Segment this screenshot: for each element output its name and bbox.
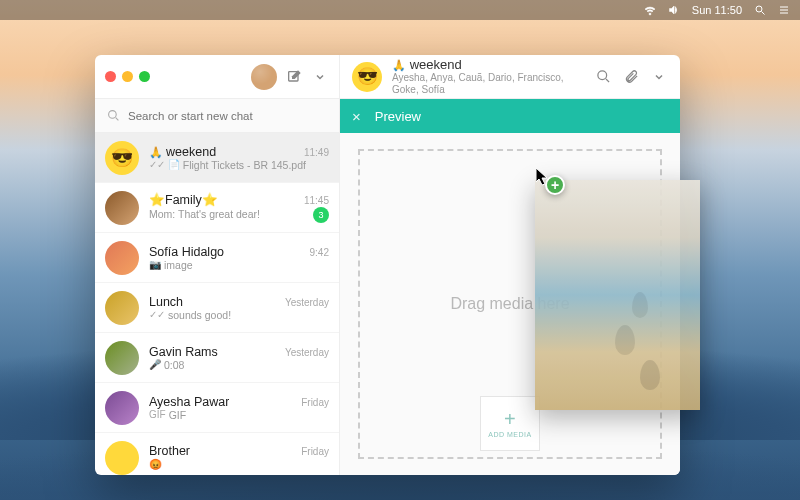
unread-badge: 3 [313, 207, 329, 223]
chat-row[interactable]: Gavin RamsYesterday 🎤 0:08 [95, 333, 339, 383]
chat-avatar [105, 291, 139, 325]
chat-time: 11:45 [304, 195, 329, 206]
zoom-window-button[interactable] [139, 71, 150, 82]
chat-row-content: Sofía Hidalgo9:42 📷 image [149, 245, 329, 271]
chat-name: weekend [410, 57, 462, 72]
svg-line-6 [116, 118, 119, 121]
chat-participants: Ayesha, Anya, Cauã, Dario, Francisco, Go… [392, 72, 584, 95]
search-icon[interactable] [594, 68, 612, 86]
chat-list[interactable]: 😎 🙏 weekend11:49 ✓✓ 📄 Flight Tickets - B… [95, 133, 339, 475]
chat-preview: GIF GIF [149, 409, 186, 421]
titlebar-left [95, 55, 340, 98]
wifi-icon[interactable] [644, 4, 656, 16]
chat-row-content: Ayesha PawarFriday GIF GIF [149, 395, 329, 421]
chat-preview: ✓✓ 📄 Flight Tickets - BR 145.pdf [149, 159, 306, 171]
chevron-down-icon[interactable] [311, 68, 329, 86]
chat-row[interactable]: BrotherFriday 😡 [95, 433, 339, 475]
minimize-window-button[interactable] [122, 71, 133, 82]
svg-point-0 [756, 6, 762, 12]
preview-title: Preview [375, 109, 421, 124]
chat-preview: ✓✓ sounds good! [149, 309, 231, 321]
preview-header: × Preview [340, 99, 680, 133]
chat-name: Lunch [149, 295, 183, 309]
chat-preview: 😡 [149, 458, 162, 471]
svg-line-4 [606, 79, 609, 82]
chat-avatar [105, 391, 139, 425]
add-media-label: ADD MEDIA [488, 431, 531, 438]
chat-name: Sofía Hidalgo [149, 245, 224, 259]
plus-icon: + [504, 409, 516, 429]
chat-preview: 🎤 0:08 [149, 359, 184, 371]
chat-preview: 📷 image [149, 259, 193, 271]
dragged-photo[interactable] [535, 180, 700, 410]
search-input[interactable] [128, 110, 327, 122]
status-icon: ✓✓ [149, 309, 165, 320]
close-window-button[interactable] [105, 71, 116, 82]
chat-avatar: 😎 [105, 141, 139, 175]
status-icon: GIF [149, 409, 166, 420]
menu-icon[interactable] [778, 4, 790, 16]
chat-avatar [105, 191, 139, 225]
chat-name: ⭐Family⭐ [149, 192, 218, 207]
chat-row-content: ⭐Family⭐11:45 Mom: That's great dear!3 [149, 192, 329, 223]
chat-header[interactable]: 🙏 weekend Ayesha, Anya, Cauã, Dario, Fra… [392, 58, 584, 96]
chat-row[interactable]: 😎 🙏 weekend11:49 ✓✓ 📄 Flight Tickets - B… [95, 133, 339, 183]
menubar-clock[interactable]: Sun 11:50 [692, 4, 742, 16]
cursor-icon [536, 168, 550, 186]
close-preview-button[interactable]: × [352, 108, 361, 125]
chat-time: Yesterday [285, 297, 329, 308]
chat-name: 🙏 weekend [149, 145, 216, 159]
chat-time: Friday [301, 397, 329, 408]
chat-time: 9:42 [310, 247, 329, 258]
attach-icon[interactable] [622, 68, 640, 86]
chat-row[interactable]: LunchYesterday ✓✓ sounds good! [95, 283, 339, 333]
status-icon: 🎤 [149, 359, 161, 370]
chat-row[interactable]: ⭐Family⭐11:45 Mom: That's great dear!3 [95, 183, 339, 233]
window-controls [105, 71, 150, 82]
chat-row[interactable]: Sofía Hidalgo9:42 📷 image [95, 233, 339, 283]
sidebar: 😎 🙏 weekend11:49 ✓✓ 📄 Flight Tickets - B… [95, 99, 340, 475]
chat-avatar [105, 241, 139, 275]
chat-avatar[interactable]: 😎 [352, 62, 382, 92]
chat-avatar [105, 341, 139, 375]
search-icon [107, 109, 120, 122]
svg-point-3 [597, 71, 606, 80]
macos-menubar: Sun 11:50 [0, 0, 800, 20]
status-icon: ✓✓ 📄 [149, 159, 180, 170]
user-avatar[interactable] [251, 64, 277, 90]
titlebar: 😎 🙏 weekend Ayesha, Anya, Cauã, Dario, F… [95, 55, 680, 99]
svg-line-1 [762, 12, 765, 15]
compose-button[interactable] [285, 68, 303, 86]
chat-time: Friday [301, 446, 329, 457]
volume-icon[interactable] [668, 4, 680, 16]
add-media-button[interactable]: + ADD MEDIA [480, 396, 540, 451]
chat-time: 11:49 [304, 147, 329, 158]
status-icon: 📷 [149, 259, 161, 270]
search-bar [95, 99, 339, 133]
chat-preview: Mom: That's great dear! [149, 208, 260, 220]
chat-time: Yesterday [285, 347, 329, 358]
chevron-down-icon[interactable] [650, 68, 668, 86]
chat-row-content: BrotherFriday 😡 [149, 444, 329, 471]
chat-row[interactable]: Ayesha PawarFriday GIF GIF [95, 383, 339, 433]
chat-row-content: Gavin RamsYesterday 🎤 0:08 [149, 345, 329, 371]
chat-row-content: 🙏 weekend11:49 ✓✓ 📄 Flight Tickets - BR … [149, 145, 329, 171]
chat-name: Gavin Rams [149, 345, 218, 359]
titlebar-right: 😎 🙏 weekend Ayesha, Anya, Cauã, Dario, F… [340, 55, 680, 98]
chat-row-content: LunchYesterday ✓✓ sounds good! [149, 295, 329, 321]
chat-avatar [105, 441, 139, 475]
chat-name: Brother [149, 444, 190, 458]
spotlight-icon[interactable] [754, 4, 766, 16]
svg-point-5 [109, 111, 117, 119]
chat-name: Ayesha Pawar [149, 395, 229, 409]
